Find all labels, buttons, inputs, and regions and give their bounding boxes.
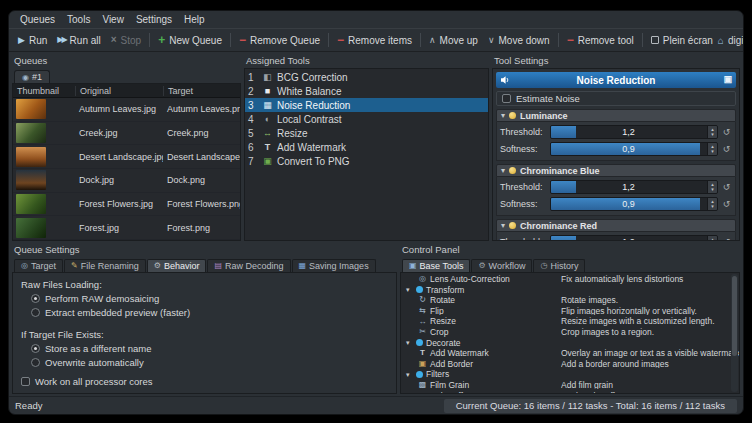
column-original[interactable]: Original [75, 86, 163, 96]
spin-buttons[interactable]: ▴▾ [707, 143, 717, 155]
reset-icon[interactable]: ↺ [721, 199, 732, 209]
assigned-tool-white-balance[interactable]: 2 ■ White Balance [245, 84, 488, 98]
assigned-tool-add-watermark[interactable]: 6 T Add Watermark [245, 140, 488, 154]
tab-base-tools[interactable]: ▣ Base Tools [402, 259, 470, 272]
chrominance-red-section-header[interactable]: ▾ Chrominance Red [496, 219, 736, 232]
assigned-tool-resize[interactable]: 5 ↔ Resize [245, 126, 488, 140]
radio-icon[interactable] [31, 358, 40, 367]
header-menu-icon[interactable]: ▣ [723, 74, 732, 84]
vertical-scrollbar[interactable] [731, 274, 738, 392]
expander-arrow-icon[interactable]: ▾ [406, 339, 413, 346]
group-transform[interactable]: ▾ Transform [401, 285, 739, 296]
radio-icon[interactable] [31, 308, 40, 317]
spin-buttons[interactable]: ▴▾ [707, 198, 717, 210]
tab-history[interactable]: ◷ History [533, 259, 585, 272]
spin-buttons[interactable]: ▴▾ [707, 181, 717, 193]
tool-resize[interactable]: ↔ Resize Resize images with a customized… [401, 316, 739, 327]
reset-icon[interactable]: ↺ [721, 182, 732, 192]
tab-workflow[interactable]: ⚙ Workflow [471, 259, 532, 272]
tool-rotate[interactable]: ↻ Rotate Rotate images. [401, 295, 739, 306]
digikam-brand[interactable]: ⌂ digiKam.org [718, 35, 744, 46]
scrollbar-thumb[interactable] [732, 276, 737, 356]
tool-film-grain[interactable]: ▩ Film Grain Add film grain [401, 380, 739, 391]
local-contrast-icon: ◐ [262, 115, 273, 124]
tool-index: 2 [248, 86, 258, 97]
tool-crop[interactable]: ✂ Crop Crop images to a region. [401, 327, 739, 338]
tab-saving-images[interactable]: ▦ Saving Images [292, 259, 376, 272]
table-row[interactable]: Dock.jpg Dock.png [13, 169, 240, 193]
expander-arrow-icon[interactable]: ▾ [406, 286, 413, 293]
table-row[interactable]: Forest Flowers.jpg Forest Flowers.png [13, 193, 240, 217]
remove-tool-button[interactable]: − Remove tool [562, 32, 639, 48]
menu-tools[interactable]: Tools [61, 13, 96, 26]
luminance-section-header[interactable]: ▾ Luminance [496, 109, 736, 122]
radio-icon[interactable] [31, 344, 40, 353]
table-row[interactable]: Creek.jpg Creek.png [13, 122, 240, 146]
run-icon: ▶ [18, 36, 25, 45]
assigned-tool-local-contrast[interactable]: 4 ◐ Local Contrast [245, 112, 488, 126]
table-row[interactable]: Desert Landscape.jpg Desert Landscape.pn… [13, 145, 240, 169]
spin-buttons[interactable]: ▴▾ [707, 236, 717, 241]
threshold-row: Threshold: 1,2 ▴▾ ↺ [500, 125, 732, 139]
rotate-icon: ↻ [418, 296, 427, 304]
softness-slider[interactable]: 0,9 ▴▾ [550, 197, 718, 211]
option-label: Work on all processor cores [35, 376, 153, 387]
exists-option-different-name[interactable]: Store as a different name [31, 343, 388, 354]
spin-buttons[interactable]: ▴▾ [707, 126, 717, 138]
processor-cores-option[interactable]: Work on all processor cores [21, 376, 388, 387]
checkbox-icon[interactable] [21, 377, 30, 386]
reset-icon[interactable]: ↺ [721, 237, 732, 241]
fullscreen-button[interactable]: Plein écran [646, 33, 718, 48]
table-row[interactable]: Autumn Leaves.jpg Autumn Leaves.png [13, 98, 240, 122]
radio-icon[interactable] [31, 294, 40, 303]
menu-help[interactable]: Help [178, 13, 211, 26]
tool-lens-auto-correction[interactable]: ◎ Lens Auto-Correction Fix automatically… [401, 274, 739, 285]
tab-behavior[interactable]: ⚙ Behavior [147, 259, 207, 272]
column-target[interactable]: Target [163, 86, 240, 96]
arrow-down-icon: ∨ [488, 36, 495, 45]
tool-add-border[interactable]: ▣ Add Border Add a border around images [401, 359, 739, 370]
remove-queue-button[interactable]: − Remove Queue [234, 32, 325, 48]
column-thumbnail[interactable]: Thumbnail [13, 86, 75, 96]
chrominance-blue-section-header[interactable]: ▾ Chrominance Blue [496, 164, 736, 177]
threshold-slider[interactable]: 1,2 ▴▾ [550, 180, 718, 194]
group-filters[interactable]: ▾ Filters [401, 369, 739, 380]
raw-option-embedded-preview[interactable]: Extract embedded preview (faster) [31, 307, 388, 318]
queue-tab-1[interactable]: ◉ #1 [14, 70, 50, 83]
tab-raw-decoding[interactable]: ▤ Raw Decoding [207, 259, 290, 272]
remove-queue-label: Remove Queue [250, 35, 320, 46]
flip-icon: ⇆ [418, 307, 427, 315]
reset-icon[interactable]: ↺ [721, 127, 732, 137]
exists-option-overwrite[interactable]: Overwrite automatically [31, 357, 388, 368]
menu-view[interactable]: View [96, 13, 130, 26]
new-queue-button[interactable]: + New Queue [153, 32, 227, 48]
assigned-tool-convert-to-png[interactable]: 7 ▣ Convert To PNG [245, 154, 488, 168]
expander-arrow-icon[interactable]: ▾ [406, 371, 413, 378]
tool-flip[interactable]: ⇆ Flip Flip images horizontally or verti… [401, 306, 739, 317]
tool-color-effects[interactable]: ◧ Color Effects Apply color effects [401, 391, 739, 394]
threshold-slider[interactable]: 1,2 ▴▾ [550, 125, 718, 139]
estimate-noise-checkbox[interactable] [502, 94, 511, 103]
table-row[interactable]: Forest.jpg Forest.png [13, 216, 240, 240]
menu-queues[interactable]: Queues [14, 13, 61, 26]
remove-items-button[interactable]: − Remove items [332, 32, 417, 48]
reset-icon[interactable]: ↺ [721, 144, 732, 154]
move-up-button[interactable]: ∧ Move up [424, 33, 483, 48]
run-button[interactable]: ▶ Run [13, 33, 52, 48]
menu-settings[interactable]: Settings [130, 13, 178, 26]
group-decorate[interactable]: ▾ Decorate [401, 338, 739, 349]
run-all-button[interactable]: ▶▶ Run all [52, 33, 105, 48]
assigned-tool-noise-reduction[interactable]: 3 ▦ Noise Reduction [245, 98, 488, 112]
raw-option-demosaicing[interactable]: Perform RAW demosaicing [31, 293, 388, 304]
threshold-slider[interactable]: 1,2 ▴▾ [550, 235, 718, 241]
move-down-button[interactable]: ∨ Move down [483, 33, 555, 48]
tab-file-renaming[interactable]: ✎ File Renaming [64, 259, 146, 272]
tool-add-watermark[interactable]: T Add Watermark Overlay an image or text… [401, 348, 739, 359]
estimate-noise-option[interactable]: Estimate Noise [496, 91, 736, 106]
main-toolbar: ▶ Run ▶▶ Run all × Stop + New Queue − Re… [9, 28, 743, 52]
tab-target[interactable]: ◎ Target [14, 259, 63, 272]
plus-icon: + [158, 34, 165, 46]
assigned-tool-bcg-correction[interactable]: 1 ◧ BCG Correction [245, 70, 488, 84]
softness-slider[interactable]: 0,9 ▴▾ [550, 142, 718, 156]
tool-index: 5 [248, 128, 258, 139]
